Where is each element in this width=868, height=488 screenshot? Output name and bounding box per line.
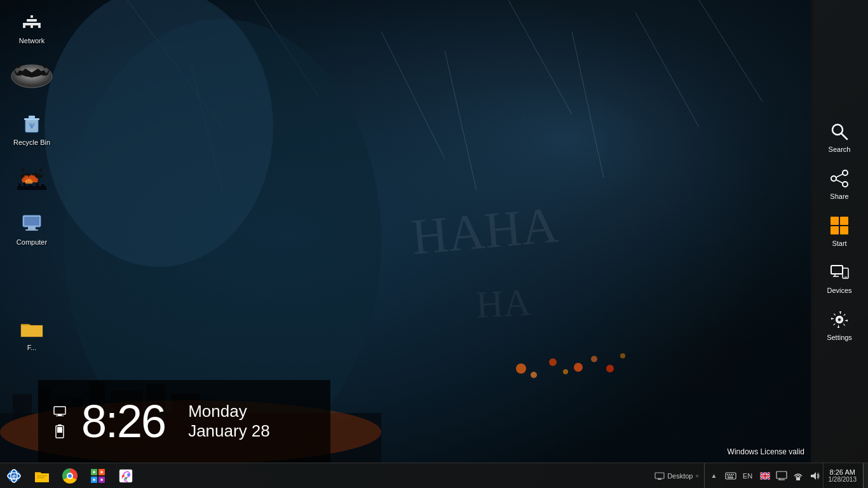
recycle-bin-label: Recycle Bin xyxy=(13,139,50,147)
time-status-icons xyxy=(53,403,66,439)
folder-f-label: F... xyxy=(27,344,37,352)
system-tray: ▲ EN xyxy=(705,463,864,489)
charm-start[interactable]: Start xyxy=(811,208,868,255)
computer-label: Computer xyxy=(17,238,47,247)
charm-search-label: Search xyxy=(829,146,851,153)
taskbar-clock[interactable]: 8:26 AM 1/28/2013 xyxy=(823,463,862,489)
svg-point-85 xyxy=(93,478,95,481)
svg-rect-37 xyxy=(38,25,41,28)
license-text: Windows License valid xyxy=(728,447,804,456)
settings-charm-icon-container xyxy=(829,309,850,330)
tray-display-icon[interactable] xyxy=(773,463,790,489)
share-charm-icon-container xyxy=(829,168,850,189)
charm-devices-label: Devices xyxy=(827,287,851,294)
svg-rect-40 xyxy=(24,118,39,120)
tray-volume-icon[interactable] xyxy=(806,463,823,489)
svg-point-89 xyxy=(127,473,130,476)
taskbar-chrome-button[interactable] xyxy=(56,463,84,489)
svg-rect-99 xyxy=(728,475,729,477)
desktop-icon-folder-f[interactable]: F... xyxy=(6,313,57,355)
show-desktop-strip[interactable] xyxy=(863,463,868,489)
svg-rect-49 xyxy=(24,217,39,226)
desktop-icon-recycle-bin[interactable]: Recycle Bin xyxy=(6,108,57,149)
svg-point-61 xyxy=(843,182,848,187)
svg-rect-34 xyxy=(31,15,33,18)
svg-point-72 xyxy=(837,318,841,322)
svg-rect-50 xyxy=(28,227,36,229)
svg-rect-97 xyxy=(731,474,732,475)
network-icon xyxy=(19,9,44,34)
desktop-icon-computer[interactable]: Computer xyxy=(6,208,57,249)
svg-rect-78 xyxy=(37,477,44,478)
tray-language-button[interactable]: EN xyxy=(739,463,757,489)
folder-f-icon xyxy=(19,316,44,341)
svg-rect-91 xyxy=(655,473,664,478)
svg-rect-102 xyxy=(728,477,733,478)
taskbar-pinned-apps: e xyxy=(0,463,140,488)
svg-rect-107 xyxy=(796,477,800,480)
desktop-icon-network[interactable]: Network xyxy=(6,6,57,48)
tray-keyboard-icon[interactable] xyxy=(722,463,739,489)
charm-search[interactable]: Search xyxy=(811,114,868,161)
taskbar-control-panel-button[interactable] xyxy=(84,463,112,489)
windows-logo-icon xyxy=(831,217,848,234)
taskbar-clock-date: 1/28/2013 xyxy=(829,476,857,483)
svg-rect-47 xyxy=(41,184,44,190)
taskbar-explorer-button[interactable] xyxy=(28,463,56,489)
computer-icon xyxy=(19,210,44,236)
search-charm-icon-container xyxy=(829,121,850,142)
svg-rect-57 xyxy=(57,427,62,433)
tray-flag-icon[interactable] xyxy=(757,463,773,489)
svg-rect-77 xyxy=(37,475,47,477)
charm-settings[interactable]: Settings xyxy=(811,302,868,349)
svg-rect-41 xyxy=(29,116,35,118)
svg-rect-92 xyxy=(658,478,661,480)
svg-point-84 xyxy=(100,471,103,473)
svg-rect-45 xyxy=(29,185,32,190)
taskbar-desktop-button[interactable]: Desktop » xyxy=(649,463,704,489)
svg-rect-43 xyxy=(18,184,21,190)
network-label: Network xyxy=(19,37,44,45)
time-display: 8:26 xyxy=(81,398,165,444)
charm-share[interactable]: Share xyxy=(811,161,868,208)
taskbar-paint-button[interactable] xyxy=(112,463,140,489)
svg-rect-98 xyxy=(733,474,734,475)
charms-bar: Search Share Start xyxy=(811,0,868,463)
time-overlay: 8:26 Monday January 28 xyxy=(38,380,330,463)
desktop-icon-batman-flames[interactable] xyxy=(6,162,57,195)
charm-devices[interactable]: Devices xyxy=(811,255,868,302)
batman-icon xyxy=(10,60,54,90)
charm-settings-label: Settings xyxy=(827,334,852,341)
svg-rect-96 xyxy=(729,474,730,475)
taskbar-ie-button[interactable]: e xyxy=(0,463,28,489)
svg-point-62 xyxy=(831,176,836,181)
svg-point-86 xyxy=(100,478,103,481)
svg-rect-53 xyxy=(58,414,62,416)
desktop-icon-batman[interactable] xyxy=(6,57,57,95)
svg-rect-33 xyxy=(27,19,37,22)
tray-expand-button[interactable]: ▲ xyxy=(706,463,722,489)
svg-rect-104 xyxy=(776,471,787,478)
svg-rect-87 xyxy=(119,470,132,482)
svg-rect-36 xyxy=(31,25,33,28)
desktop-icons-container: Network xyxy=(0,0,64,374)
monitor-status-icon xyxy=(53,403,66,419)
svg-line-59 xyxy=(841,133,847,139)
svg-rect-95 xyxy=(727,474,728,475)
charm-share-label: Share xyxy=(830,193,848,200)
svg-rect-44 xyxy=(24,182,25,190)
charm-start-label: Start xyxy=(832,240,846,247)
language-indicator: EN xyxy=(743,472,752,480)
devices-charm-icon-container xyxy=(829,262,850,283)
svg-point-88 xyxy=(122,475,125,477)
day-display: Monday xyxy=(188,402,270,421)
taskbar-expand-icon: » xyxy=(695,473,698,479)
recycle-bin-icon xyxy=(19,111,44,136)
svg-rect-65 xyxy=(831,266,843,274)
svg-rect-51 xyxy=(25,229,38,231)
tray-network-icon[interactable] xyxy=(790,463,806,489)
svg-rect-46 xyxy=(36,183,39,190)
svg-rect-101 xyxy=(731,475,733,477)
svg-rect-35 xyxy=(23,25,25,28)
svg-point-90 xyxy=(125,477,127,480)
